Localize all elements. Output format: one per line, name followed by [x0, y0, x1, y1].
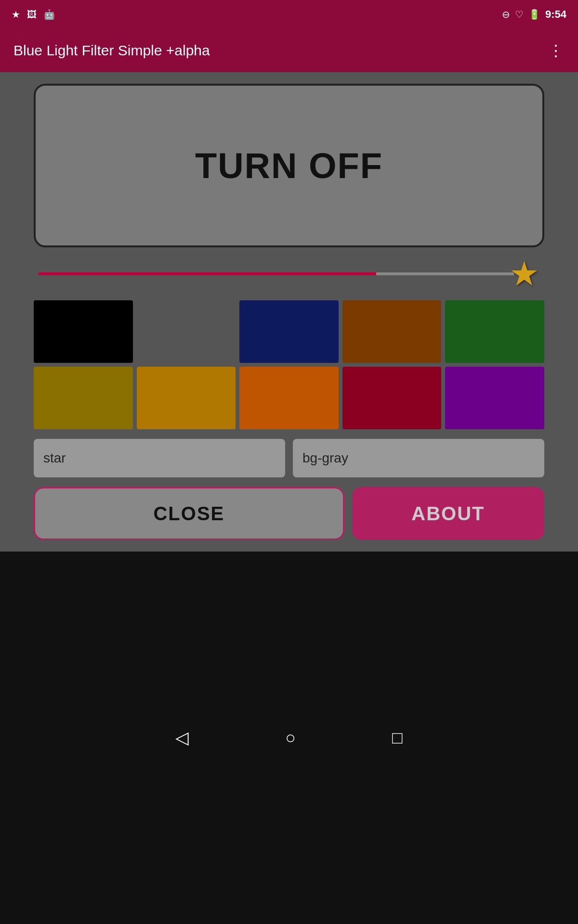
- color-grid: [34, 300, 544, 429]
- navigation-bar: ◁ ○ □: [0, 552, 578, 924]
- bottom-buttons-row: CLOSE ABOUT: [34, 487, 544, 540]
- close-button[interactable]: CLOSE: [34, 487, 344, 540]
- back-button[interactable]: ◁: [175, 728, 189, 748]
- app-bar: Blue Light Filter Simple +alpha ⋮: [0, 29, 578, 72]
- color-swatch-dark-navy[interactable]: [239, 300, 339, 363]
- status-time: 9:54: [545, 8, 566, 21]
- robot-icon: 🤖: [43, 9, 55, 20]
- slider-fill: [39, 272, 376, 275]
- battery-icon: 🔋: [528, 9, 540, 20]
- about-button[interactable]: ABOUT: [352, 487, 544, 540]
- recents-button[interactable]: □: [392, 728, 403, 748]
- slider-track[interactable]: [39, 272, 514, 275]
- turn-off-button[interactable]: TURN OFF: [34, 84, 544, 247]
- image-icon: 🖼: [27, 9, 37, 20]
- color-swatch-dark-amber[interactable]: [137, 367, 236, 429]
- turn-off-label: TURN OFF: [195, 145, 383, 186]
- color-swatch-dark-red[interactable]: [342, 367, 442, 429]
- color-swatch-black[interactable]: [34, 300, 133, 363]
- brightness-slider-row: ★: [34, 257, 544, 291]
- bg-color-input[interactable]: [293, 439, 544, 477]
- home-button[interactable]: ○: [285, 728, 296, 748]
- status-bar: ★ 🖼 🤖 ⊖ ♡ 🔋 9:54: [0, 0, 578, 29]
- color-swatch-dark-purple[interactable]: [445, 367, 544, 429]
- minus-circle-icon: ⊖: [502, 9, 510, 20]
- app-title: Blue Light Filter Simple +alpha: [13, 42, 210, 59]
- heart-icon: ♡: [515, 9, 524, 20]
- status-right-icons: ⊖ ♡ 🔋 9:54: [502, 8, 566, 21]
- color-swatch-dark-brown[interactable]: [342, 300, 442, 363]
- menu-button[interactable]: ⋮: [548, 41, 565, 60]
- star-icon: ★: [12, 9, 20, 20]
- color-swatch-dark-gray[interactable]: [137, 300, 236, 363]
- status-left-icons: ★ 🖼 🤖: [12, 9, 55, 20]
- filter-name-input[interactable]: [34, 439, 285, 477]
- main-content: TURN OFF ★ CLOSE ABOUT: [0, 72, 578, 552]
- color-swatch-dark-yellow[interactable]: [34, 367, 133, 429]
- color-swatch-dark-green[interactable]: [445, 300, 544, 363]
- color-swatch-dark-orange[interactable]: [239, 367, 339, 429]
- inputs-row: [34, 439, 544, 477]
